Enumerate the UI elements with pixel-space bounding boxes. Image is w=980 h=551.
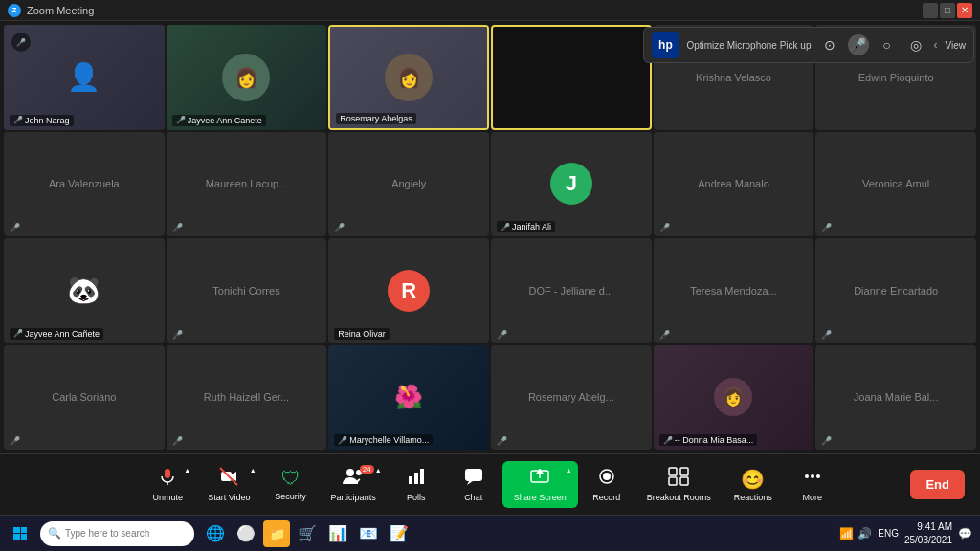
more-icon	[803, 467, 822, 491]
participant-name: Rosemary Abelg...	[528, 391, 614, 403]
hp-chevron-icon[interactable]: ‹	[934, 38, 938, 52]
search-input[interactable]	[65, 528, 187, 539]
participant-name: Dianne Encartado	[854, 285, 938, 297]
participant-name: Tonichi Corres	[212, 285, 279, 297]
network-icon: 📶	[839, 527, 854, 540]
participant-name: Krishna Velasco	[696, 72, 771, 83]
language-indicator: ENG	[878, 528, 899, 539]
participant-name: Carla Soriano	[52, 391, 116, 403]
app-icon-5[interactable]: 📧	[355, 520, 382, 547]
taskbar-apps: 🌐 ⚪ 📁 🛒 📊 📧 📝	[202, 520, 832, 547]
mute-indicator: 🎤	[659, 223, 670, 232]
svg-point-21	[805, 474, 809, 478]
file-explorer-icon[interactable]: 📁	[263, 520, 290, 547]
participant-cell: Maureen Lacup... 🎤	[167, 132, 327, 237]
mute-indicator: 🎤	[10, 436, 20, 446]
chrome-icon[interactable]: ⚪	[233, 520, 259, 547]
mute-indicator: 🎤	[172, 223, 183, 232]
breakout-rooms-button[interactable]: Breakout Rooms	[635, 461, 723, 508]
view-button[interactable]: View	[946, 40, 967, 51]
participant-cell: Angiely 🎤	[328, 132, 489, 237]
mute-indicator: 🎤	[821, 436, 832, 446]
taskbar-right: 📶 🔊 ENG 9:41 AM 25/03/2021 💬	[839, 520, 972, 547]
participant-name: Ruth Haizell Ger...	[204, 391, 289, 403]
participant-cell: Joana Marie Bal... 🎤	[815, 345, 976, 451]
participant-cell-highlighted: 👩 Rosemary Abelgas	[328, 25, 489, 130]
svg-rect-9	[420, 469, 424, 484]
participant-name: DOF - Jelliane d...	[529, 285, 614, 297]
notification-icon[interactable]: 💬	[958, 527, 972, 540]
taskbar-search-box[interactable]: 🔍	[40, 521, 194, 546]
mute-indicator: 🎤	[821, 223, 832, 232]
caret-icon: ▲	[250, 467, 256, 474]
reactions-label: Reactions	[734, 493, 772, 502]
start-video-button[interactable]: Start Video ▲	[196, 461, 261, 508]
more-button[interactable]: More	[784, 461, 841, 508]
participant-name: 🎤 John Narag	[10, 115, 74, 126]
record-label: Record	[592, 493, 620, 502]
participant-name: 🎤 Jayvee Ann Canete	[172, 115, 266, 126]
participant-avatar: R	[388, 270, 430, 312]
chat-label: Chat	[464, 493, 482, 502]
svg-point-23	[816, 474, 820, 478]
edge-icon[interactable]: 🌐	[202, 520, 229, 547]
svg-marker-11	[467, 481, 473, 485]
video-icon	[219, 467, 238, 491]
participant-cell-empty	[491, 25, 652, 130]
hp-radio-icon[interactable]: ⊙	[819, 34, 840, 55]
hp-logo: hp	[652, 32, 679, 58]
polls-button[interactable]: Polls	[388, 461, 445, 508]
excel-icon[interactable]: 📊	[324, 520, 351, 547]
end-button[interactable]: End	[910, 470, 965, 499]
participant-cell: DOF - Jelliane d... 🎤	[491, 238, 652, 343]
participant-cell: R Reina Olivar	[328, 238, 489, 343]
hp-mic-icon[interactable]: 🎤	[848, 34, 869, 55]
minimize-button[interactable]: –	[923, 3, 938, 18]
hp-circle-icon[interactable]: ○	[877, 34, 898, 55]
record-button[interactable]: Record	[578, 461, 635, 508]
chat-button[interactable]: Chat	[445, 461, 502, 508]
hp-notification[interactable]: hp Optimize Microphone Pick up ⊙ 🎤 ○ ◎ ‹…	[643, 27, 974, 63]
svg-point-16	[603, 473, 611, 480]
app-icon-6[interactable]: 📝	[386, 520, 412, 547]
start-button[interactable]	[8, 521, 33, 546]
shield-icon: 🛡	[281, 468, 301, 490]
zoom-toolbar: Unmute ▲ Start Video ▲ 🛡 Security Partic…	[0, 453, 980, 515]
participant-name: Angiely	[391, 178, 426, 189]
close-button[interactable]: ✕	[957, 3, 972, 18]
svg-point-22	[811, 474, 814, 478]
search-icon: 🔍	[48, 527, 61, 540]
participant-name: Reina Olivar	[334, 328, 390, 340]
security-label: Security	[275, 492, 306, 501]
participants-button[interactable]: Participants 24 ▲	[320, 461, 388, 508]
maximize-button[interactable]: □	[940, 3, 955, 18]
mute-indicator: 🎤	[172, 330, 183, 340]
unmute-button[interactable]: Unmute ▲	[139, 461, 196, 508]
participant-name: 🎤 -- Donna Mia Basa...	[659, 434, 758, 446]
taskbar-clock: 9:41 AM 25/03/2021	[904, 520, 952, 547]
bear-avatar: 🐼	[67, 275, 100, 306]
app-icon: Z	[8, 4, 21, 17]
unmute-label: Unmute	[152, 493, 183, 502]
security-button[interactable]: 🛡 Security	[262, 462, 320, 507]
participants-badge: 24	[360, 465, 374, 474]
mute-indicator: 🎤	[334, 223, 345, 232]
breakout-icon	[668, 467, 689, 491]
more-label: More	[802, 493, 822, 502]
participant-cell: 🐼 🎤 Jayvee Ann Cañete	[4, 238, 165, 343]
start-video-label: Start Video	[208, 493, 250, 502]
participant-name: 🎤 Jayvee Ann Cañete	[10, 328, 103, 340]
reactions-button[interactable]: 😊 Reactions	[723, 462, 784, 508]
participant-cell: 👩 🎤 Jayvee Ann Canete	[167, 25, 327, 130]
mute-indicator: 🎤	[821, 330, 832, 340]
participant-name: Maureen Lacup...	[206, 178, 288, 189]
mute-indicator: 🎤	[10, 223, 20, 232]
store-icon[interactable]: 🛒	[294, 520, 321, 547]
share-screen-button[interactable]: Share Screen ▲	[502, 461, 578, 508]
participant-name: Joana Marie Bal...	[854, 391, 939, 403]
participant-name: 🎤 Marychelle Villamo...	[334, 434, 433, 446]
participant-name: Veronica Amul	[862, 178, 929, 189]
hp-target-icon[interactable]: ◎	[905, 34, 926, 55]
caret-icon: ▲	[184, 467, 190, 474]
participant-cell: Carla Soriano 🎤	[4, 345, 165, 451]
